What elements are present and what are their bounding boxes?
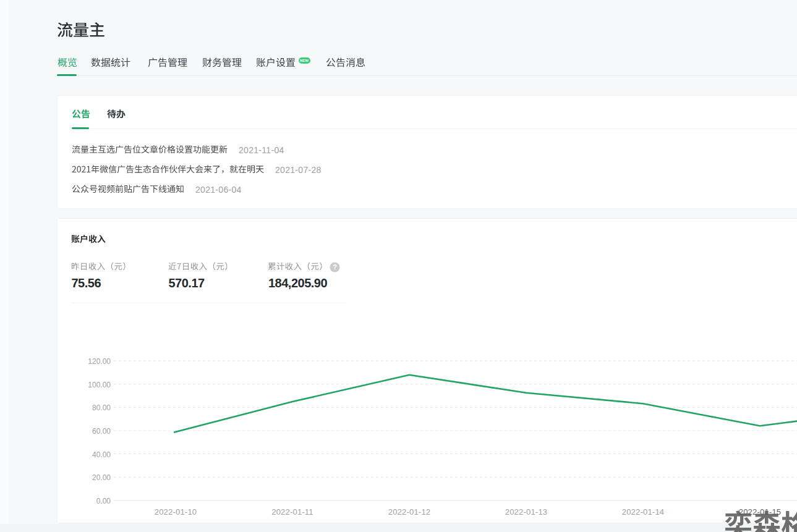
svg-text:?: ? <box>333 263 337 271</box>
